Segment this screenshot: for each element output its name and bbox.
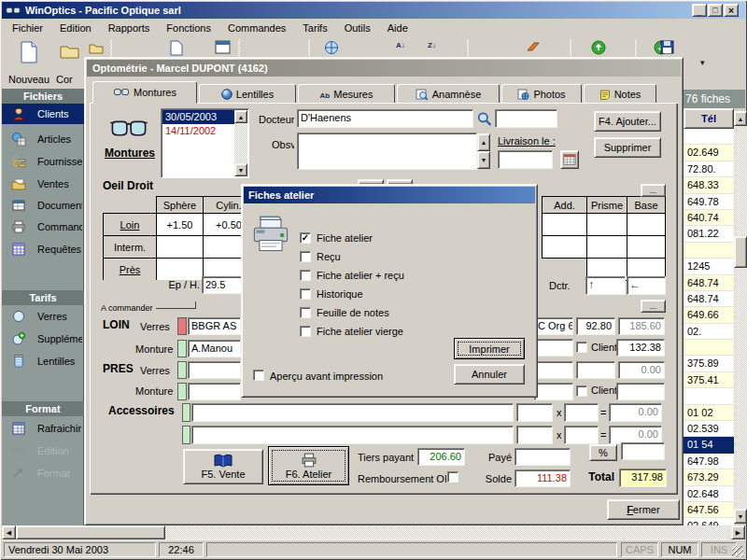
date-item-selected[interactable]: 30/05/2003 xyxy=(162,110,235,124)
eraser-icon[interactable] xyxy=(526,41,541,54)
annuler-button[interactable]: Annuler xyxy=(454,364,525,385)
menu-aide[interactable]: Aide xyxy=(379,21,416,37)
cell-loin-sphere[interactable]: +1.50 xyxy=(156,213,204,236)
sidebar-header-fichiers[interactable]: Fichiers xyxy=(2,89,84,104)
dctr-horizontal-field[interactable]: ← xyxy=(627,276,666,295)
tel-row[interactable]: 648.33 xyxy=(684,177,734,193)
tel-row[interactable]: 1245 xyxy=(684,259,734,274)
tel-row[interactable]: 02.539 xyxy=(684,421,734,437)
dates-scroll-up[interactable] xyxy=(234,110,247,123)
globe-icon[interactable] xyxy=(324,40,339,55)
sort-asc-icon[interactable]: A↓ xyxy=(396,41,405,49)
open-folder-icon[interactable] xyxy=(89,40,104,55)
accessoire1-field[interactable] xyxy=(191,403,514,422)
cell-prisme-1[interactable] xyxy=(586,213,627,236)
fiche-vierge-checkbox[interactable] xyxy=(300,326,311,337)
hscroll-left-button[interactable] xyxy=(2,525,16,539)
supprimer-button[interactable]: Supprimer xyxy=(594,137,661,158)
sidebar-item-documents[interactable]: Documents xyxy=(2,195,84,216)
tel-row-selected[interactable]: 01 54 xyxy=(684,437,734,453)
pres-verres-field[interactable] xyxy=(188,361,241,379)
tel-row[interactable]: 02.648 xyxy=(684,486,734,502)
loin-verres-field[interactable]: BBGR AS xyxy=(188,317,241,335)
tel-row[interactable]: 02.649 xyxy=(684,145,734,161)
tel-row[interactable]: 375.89 xyxy=(684,356,734,371)
tel-column-header[interactable]: Tél xyxy=(684,108,734,129)
sidebar-item-rafraichir[interactable]: Rafraichir xyxy=(2,418,84,439)
fiches-atelier-titlebar[interactable]: Fiches atelier xyxy=(244,187,535,203)
cell-base-1[interactable] xyxy=(627,213,666,236)
pres-monture-color-swatch[interactable] xyxy=(177,383,187,400)
vscroll-down-button[interactable] xyxy=(734,509,747,524)
tab-notes[interactable]: Notes xyxy=(584,84,656,104)
close-button[interactable]: × xyxy=(724,4,739,17)
tel-row[interactable]: 647.56 xyxy=(684,502,734,518)
sidebar-item-commandes[interactable]: Commandes xyxy=(2,217,84,237)
menu-tarifs[interactable]: Tarifs xyxy=(294,21,335,37)
obsv-field[interactable] xyxy=(297,133,477,170)
dates-scroll-down[interactable] xyxy=(234,163,247,176)
sidebar-item-verres[interactable]: Verres xyxy=(2,306,84,327)
sidebar-item-ventes[interactable]: Ventes xyxy=(2,174,84,194)
tel-row[interactable]: 649.78 xyxy=(684,194,734,210)
tel-row[interactable]: 648.74 xyxy=(684,275,734,291)
sidebar-item-articles[interactable]: Articles xyxy=(2,129,84,149)
more-button-top[interactable]: ... xyxy=(641,184,666,197)
loin-price-field[interactable]: 92.80 xyxy=(576,317,615,335)
livraison-field[interactable] xyxy=(498,150,553,169)
fermer-button[interactable]: FFermer xyxy=(607,499,680,520)
fiche-atelier-recu-checkbox[interactable] xyxy=(300,270,311,281)
accessoire1-qty-field[interactable] xyxy=(564,403,599,422)
apercu-checkbox[interactable] xyxy=(253,370,264,381)
sort-desc-icon[interactable]: Z↓ xyxy=(428,41,436,49)
date-item[interactable]: 14/11/2002 xyxy=(162,124,235,138)
accessoire1-color-swatch[interactable] xyxy=(182,403,190,422)
tel-row[interactable] xyxy=(684,388,734,404)
tel-row[interactable]: 01 02 xyxy=(684,405,734,421)
paye-field[interactable] xyxy=(514,448,571,466)
cell-pres-sphere[interactable] xyxy=(156,258,204,280)
tel-row[interactable]: 081.22 xyxy=(684,226,734,242)
menu-rapports[interactable]: Rapports xyxy=(100,21,159,37)
monture-total-field[interactable]: 132.38 xyxy=(616,339,665,357)
toolbar-partial-button[interactable]: Cor xyxy=(56,38,84,87)
tab-lentilles[interactable]: Lentilles xyxy=(199,84,296,104)
sidebar-item-supplements[interactable]: Suppléments xyxy=(2,329,84,349)
layout-dropdown-arrow[interactable]: ▾ xyxy=(700,58,705,67)
accessoire1-price-field[interactable] xyxy=(516,403,553,422)
cell-interm-sphere[interactable] xyxy=(156,235,204,259)
search-icon[interactable] xyxy=(476,111,492,126)
tiers-payant-field[interactable]: 206.60 xyxy=(417,448,465,466)
percent-field[interactable] xyxy=(621,442,665,460)
sidebar-item-clients[interactable]: Clients xyxy=(2,104,84,124)
loin-client-checkbox[interactable] xyxy=(576,342,587,353)
maximize-button[interactable]: □ xyxy=(708,4,723,17)
eph-field[interactable]: 29.5 xyxy=(202,276,243,294)
save-layout-icon[interactable] xyxy=(660,40,674,54)
tel-row[interactable]: 02.649 xyxy=(684,518,734,525)
tel-row[interactable] xyxy=(684,129,734,145)
obsv-down-button[interactable] xyxy=(477,151,490,169)
dctr-vertical-field[interactable]: ↑ xyxy=(585,276,626,295)
tab-photos[interactable]: Photos xyxy=(501,84,582,104)
cell-add-2[interactable] xyxy=(542,235,587,259)
cell-loin-cylin[interactable]: +0.50 xyxy=(203,213,241,236)
tel-row[interactable] xyxy=(684,340,734,356)
pres-price-field[interactable] xyxy=(576,361,615,379)
cell-add-1[interactable] xyxy=(542,213,587,236)
pres-monture-total-field[interactable] xyxy=(616,383,665,400)
menu-edition[interactable]: Edition xyxy=(51,21,100,37)
menu-fonctions[interactable]: Fonctions xyxy=(158,21,219,37)
tel-row[interactable]: 649.66 xyxy=(684,307,734,323)
sidebar-item-requetes[interactable]: Requêtes xyxy=(2,239,84,259)
vscroll-thumb[interactable] xyxy=(734,236,747,268)
tel-row[interactable]: 640.74 xyxy=(684,210,734,226)
menu-fichier[interactable]: Fichier xyxy=(4,21,51,37)
tel-row[interactable]: 647.98 xyxy=(684,454,734,469)
hscroll-thumb[interactable] xyxy=(16,525,165,539)
nouveau-button[interactable]: Nouveau xyxy=(4,38,54,87)
accessoire2-qty-field[interactable] xyxy=(564,426,599,444)
obsv-up-button[interactable] xyxy=(477,133,490,151)
cell-base-2[interactable] xyxy=(627,235,666,259)
optometrie-titlebar[interactable]: Optométrie - Marcel DUPONT (4162) xyxy=(87,60,681,77)
